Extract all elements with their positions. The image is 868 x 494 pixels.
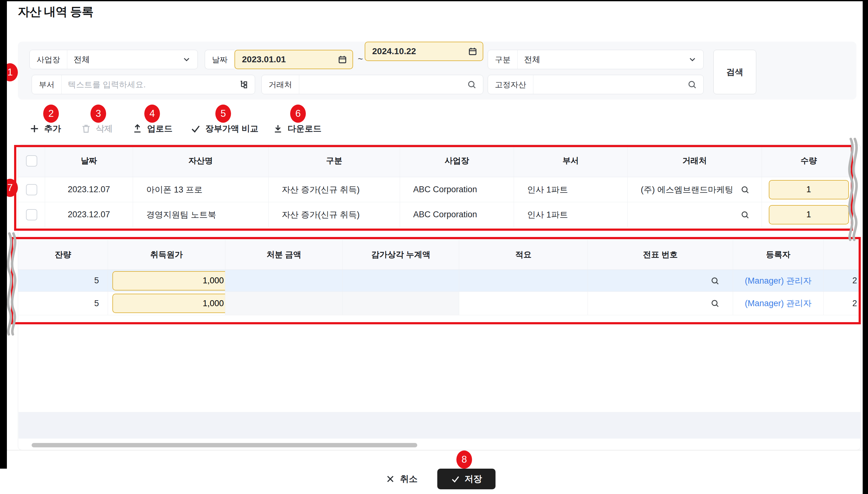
row-checkbox[interactable] [26, 209, 37, 221]
column-header: 잔량 [18, 240, 108, 270]
vendor-field-group: 거래처 [262, 75, 483, 94]
note-cell [459, 292, 588, 315]
acquisition-cost-input[interactable] [112, 271, 225, 290]
note-cell [459, 270, 588, 292]
footer-divider [7, 450, 863, 451]
workplace-cell: ABC Corporation [400, 202, 514, 227]
plus-icon [29, 124, 40, 134]
column-header-clipped [824, 240, 861, 270]
fixed-asset-input[interactable] [540, 80, 683, 90]
column-header: 처분 금액 [225, 240, 343, 270]
row-checkbox[interactable] [26, 184, 37, 195]
column-header: 전표 번호 [588, 240, 733, 270]
asset-grid-panel: 날짜 자산명 구분 사업장 부서 거래처 수량 2023.12.07 아이폰 1… [18, 144, 861, 450]
clipped-cell: 2 [824, 292, 861, 315]
add-button[interactable]: 추가 [29, 120, 61, 137]
quantity-cell [762, 177, 856, 202]
voucher-no-cell [588, 270, 733, 292]
registrant-cell: (Manager) 관리자 [733, 270, 824, 292]
annotation-badge-3: 3 [91, 104, 106, 123]
column-header: 적요 [459, 240, 588, 270]
quantity-input[interactable] [769, 180, 849, 200]
vendor-cell [628, 202, 762, 227]
date-cell: 2023.12.07 [45, 202, 133, 227]
chevron-down-icon [688, 55, 697, 64]
disposal-amount-cell [225, 292, 343, 315]
category-select[interactable]: 구분 전체 [488, 50, 704, 69]
remaining-cell: 5 [18, 292, 108, 315]
annotation-badge-6: 6 [290, 104, 306, 123]
column-header: 사업장 [400, 145, 514, 177]
registrant-link[interactable]: (Manager) 관리자 [733, 298, 823, 309]
department-input[interactable] [68, 80, 235, 90]
screenshot-edge-right [863, 0, 868, 494]
column-header: 취득원가 [108, 240, 225, 270]
category-value: 전체 [524, 54, 684, 65]
annotation-badge-8: 8 [456, 451, 472, 469]
screenshot-edge-left [0, 0, 7, 469]
calendar-icon[interactable] [468, 46, 478, 56]
acquisition-cost-input[interactable] [112, 293, 225, 313]
cancel-button[interactable]: 취소 [386, 470, 418, 488]
trash-icon [81, 124, 91, 134]
org-tree-icon[interactable] [238, 79, 249, 90]
vendor-label: 거래처 [262, 75, 299, 94]
column-header: 감가상각 누계액 [343, 240, 459, 270]
date-to-value: 2024.10.22 [372, 46, 416, 56]
search-icon[interactable] [710, 299, 720, 308]
x-icon [386, 474, 395, 484]
grid-toolbar: 추가 삭제 업로드 장부가액 비교 다운로드 [0, 120, 375, 137]
search-icon[interactable] [740, 185, 750, 194]
column-header: 날짜 [45, 145, 133, 177]
asset-table-right: 잔량 취득원가 처분 금액 감가상각 누계액 적요 전표 번호 등록자 5 (M… [18, 240, 861, 315]
disposal-amount-cell [225, 270, 343, 292]
screenshot-edge-top [0, 0, 868, 1]
search-icon[interactable] [740, 210, 750, 220]
select-all-checkbox[interactable] [26, 155, 37, 167]
workplace-cell: ABC Corporation [400, 177, 514, 202]
search-icon[interactable] [467, 79, 477, 90]
upload-icon [132, 124, 143, 134]
date-label: 날짜 [205, 50, 234, 69]
category-cell: 자산 증가(신규 취득) [269, 202, 400, 227]
vendor-cell: (주) 에스엠브랜드마케팅 [628, 177, 762, 202]
check-icon [451, 474, 460, 484]
quantity-input[interactable] [769, 205, 849, 225]
filter-panel: 사업장 전체 날짜 2023.01.01 ~ 2024.10.22 [18, 42, 856, 99]
remaining-cell: 5 [18, 270, 108, 292]
date-from-field[interactable]: 2023.01.01 [234, 50, 353, 69]
annotation-badge-4: 4 [144, 104, 160, 123]
voucher-no-cell [588, 292, 733, 315]
column-header: 거래처 [628, 145, 762, 177]
column-header: 수량 [762, 145, 856, 177]
acquisition-cost-cell [108, 292, 225, 315]
horizontal-scrollbar[interactable] [32, 443, 417, 448]
search-button[interactable]: 검색 [713, 50, 756, 94]
column-header: 구분 [269, 145, 400, 177]
search-icon[interactable] [710, 276, 720, 285]
date-to-field[interactable]: 2024.10.22 [365, 42, 483, 61]
save-button[interactable]: 저장 [437, 469, 496, 489]
column-header: 자산명 [133, 145, 269, 177]
depreciation-cell [343, 270, 459, 292]
category-label: 구분 [488, 50, 518, 69]
date-from-value: 2023.01.01 [242, 55, 286, 64]
row-select-cell [18, 202, 45, 227]
workplace-label: 사업장 [30, 50, 67, 69]
date-range-separator: ~ [358, 54, 363, 64]
registrant-cell: (Manager) 관리자 [733, 292, 824, 315]
download-icon [273, 124, 283, 134]
fixed-asset-field-group: 고정자산 [488, 75, 704, 94]
vendor-input[interactable] [306, 80, 463, 90]
depreciation-cell [343, 292, 459, 315]
asset-name-cell: 아이폰 13 프로 [133, 177, 269, 202]
annotation-badge-2: 2 [43, 104, 59, 123]
date-range-group: 날짜 2023.01.01 [205, 50, 353, 69]
calendar-icon[interactable] [337, 55, 347, 64]
row-select-cell [18, 177, 45, 202]
department-cell: 인사 1파트 [514, 202, 628, 227]
search-icon[interactable] [687, 79, 697, 90]
registrant-link[interactable]: (Manager) 관리자 [733, 275, 823, 286]
workplace-select[interactable]: 사업장 전체 [30, 50, 198, 69]
workplace-value: 전체 [74, 54, 178, 65]
